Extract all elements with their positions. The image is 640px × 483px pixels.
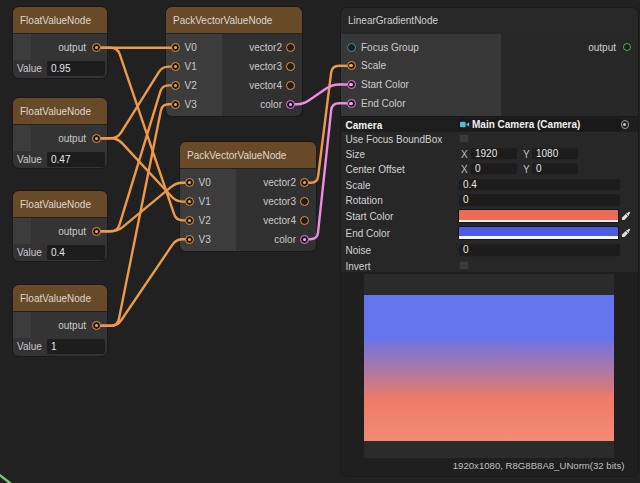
eyedropper-icon[interactable]	[621, 228, 631, 238]
inspector: Use Focus BoundBox Size X 1920 Y 1080 Ce…	[341, 132, 638, 272]
input-port-label: Focus Group	[361, 42, 419, 53]
use-focus-checkbox[interactable]	[459, 134, 469, 144]
output-port-label: color	[260, 99, 282, 110]
output-port-row: output	[58, 125, 107, 151]
pack-vector-node-2[interactable]: PackVectorValueNode V0 vector2 V1 vector…	[180, 142, 316, 252]
pack-vector-node-1[interactable]: PackVectorValueNode V0 vector2 V1 vector…	[166, 7, 302, 117]
output-port[interactable]	[92, 321, 101, 330]
center-x-field[interactable]: 0	[471, 163, 517, 175]
field-label: Rotation	[346, 195, 383, 206]
port-row: V2 vector4	[180, 211, 316, 230]
linear-gradient-node[interactable]: LinearGradientNode Focus Group Scale Sta…	[341, 8, 638, 477]
output-port[interactable]	[92, 227, 101, 236]
size-x-field[interactable]: 1920	[471, 148, 517, 160]
input-port-label: Scale	[361, 60, 386, 71]
end-color-swatch[interactable]	[459, 227, 618, 239]
float-value-node-2[interactable]: FloatValueNode output Value 0.47	[13, 98, 107, 169]
input-port-scale[interactable]	[347, 61, 356, 70]
value-row: Value 0.95	[13, 60, 107, 78]
output-port-color[interactable]	[300, 235, 309, 244]
output-port-color[interactable]	[286, 100, 295, 109]
y-label: Y	[523, 163, 530, 174]
output-port-vector2[interactable]	[286, 43, 295, 52]
y-label: Y	[523, 148, 530, 159]
value-field[interactable]: 0.95	[47, 61, 105, 76]
value-field[interactable]: 0.4	[47, 245, 105, 260]
output-port-label: vector2	[263, 177, 296, 188]
preview-caption: 1920x1080, R8G8B8A8_UNorm(32 bits)	[453, 460, 625, 471]
noise-field[interactable]: 0	[459, 244, 620, 256]
output-port-vector2[interactable]	[300, 178, 309, 187]
input-column	[13, 34, 31, 60]
input-port-v3[interactable]	[171, 100, 180, 109]
value-row: Value 1	[13, 338, 107, 356]
x-label: X	[461, 163, 468, 174]
inspector-row-invert: Invert	[341, 258, 638, 273]
input-port-label: V1	[199, 196, 211, 207]
size-y-field[interactable]: 1080	[532, 148, 578, 160]
output-port-row: output	[508, 38, 638, 57]
value-label: Value	[17, 154, 42, 165]
output-port[interactable]	[92, 43, 101, 52]
field-label: Invert	[346, 260, 371, 271]
scale-field[interactable]: 0.4	[459, 179, 620, 191]
node-title: FloatValueNode	[13, 98, 107, 125]
input-column	[13, 125, 31, 151]
input-port-v1[interactable]	[185, 197, 194, 206]
port-row: Scale	[341, 56, 501, 75]
node-ports: output	[13, 34, 107, 60]
output-port-vector4[interactable]	[286, 81, 295, 90]
output-port[interactable]	[92, 134, 101, 143]
output-port-row: output	[58, 218, 107, 244]
port-row: V1 vector3	[180, 192, 316, 211]
inspector-row-center-offset: Center Offset X 0 Y 0	[341, 161, 638, 176]
invert-checkbox[interactable]	[459, 261, 469, 271]
output-port-vector4[interactable]	[300, 216, 309, 225]
center-y-field[interactable]: 0	[532, 163, 578, 175]
input-port-label: V0	[199, 177, 211, 188]
input-port-end-color[interactable]	[347, 99, 356, 108]
output-port[interactable]	[623, 43, 631, 51]
input-port-v0[interactable]	[171, 43, 180, 52]
input-port-focus-group[interactable]	[347, 43, 356, 52]
float-value-node-4[interactable]: FloatValueNode output Value 1	[13, 285, 107, 356]
output-port-vector3[interactable]	[286, 62, 295, 71]
input-port-v0[interactable]	[185, 178, 194, 187]
value-field[interactable]: 0.47	[47, 152, 105, 167]
inspector-row-scale: Scale 0.4	[341, 177, 638, 192]
port-row: V3 color	[166, 95, 302, 114]
value-field[interactable]: 1	[47, 339, 105, 354]
output-port-vector3[interactable]	[300, 197, 309, 206]
value-label: Value	[17, 63, 42, 74]
output-port-label: output	[588, 42, 616, 53]
object-picker-icon[interactable]	[621, 120, 630, 129]
input-port-v2[interactable]	[171, 81, 180, 90]
input-port-start-color[interactable]	[347, 80, 356, 89]
input-port-v1[interactable]	[171, 62, 180, 71]
float-value-node-3[interactable]: FloatValueNode output Value 0.4	[13, 191, 107, 262]
graph-canvas[interactable]: FloatValueNode output Value 0.95 FloatVa…	[0, 0, 640, 483]
edge-offscreen-0[interactable]	[0, 472, 12, 483]
node-title: PackVectorValueNode	[180, 142, 316, 169]
field-label: Size	[346, 148, 365, 159]
output-port-label: output	[58, 42, 86, 53]
edge-f3.out-p1.in3[interactable]	[97, 239, 190, 326]
rotation-field[interactable]: 0	[459, 194, 620, 206]
inspector-row-noise: Noise 0	[341, 243, 638, 258]
edge-f2.out-p1.in0[interactable]	[97, 183, 190, 232]
input-port-label: V0	[185, 42, 197, 53]
node-title: LinearGradientNode	[341, 8, 638, 34]
float-value-node-1[interactable]: FloatValueNode output Value 0.95	[13, 7, 107, 78]
eyedropper-icon[interactable]	[621, 211, 631, 221]
input-port-label: V1	[185, 61, 197, 72]
input-port-v2[interactable]	[185, 216, 194, 225]
camera-object-field[interactable]: Main Camera (Camera)	[458, 118, 622, 131]
port-row: Focus Group	[341, 38, 501, 57]
input-port-v3[interactable]	[185, 235, 194, 244]
input-column	[13, 312, 31, 338]
port-row: V3 color	[180, 230, 316, 249]
node-title: FloatValueNode	[13, 7, 107, 34]
camera-object-value: Main Camera (Camera)	[472, 119, 580, 130]
start-color-swatch[interactable]	[459, 210, 618, 222]
port-row: V2 vector4	[166, 76, 302, 95]
